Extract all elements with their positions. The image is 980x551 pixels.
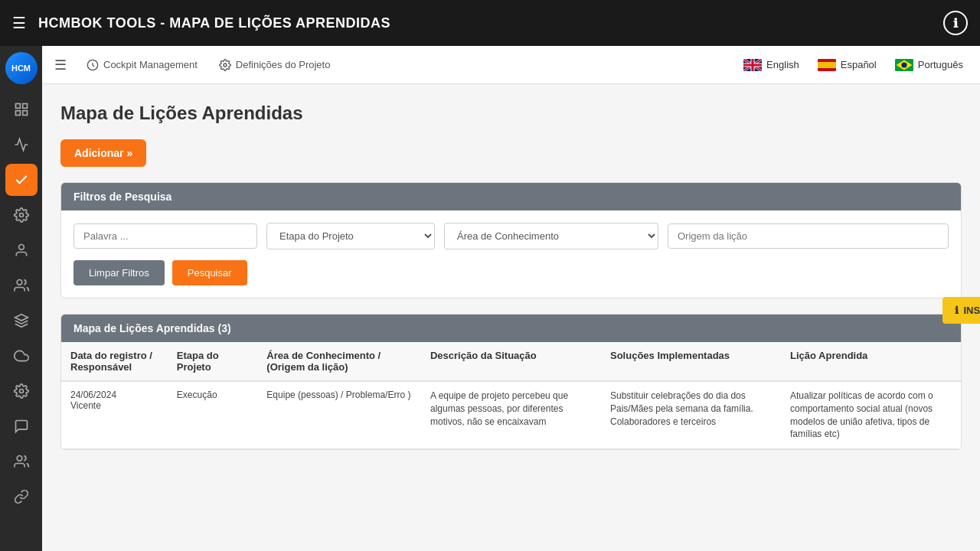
menu-icon[interactable]: ☰ xyxy=(12,14,26,32)
info-icon: ℹ xyxy=(953,16,958,31)
col-header-etapa: Etapa do Projeto xyxy=(168,342,258,381)
sidebar-item-dashboard[interactable] xyxy=(5,93,38,126)
sidebar-item-team[interactable] xyxy=(5,269,38,302)
espanol-label: Español xyxy=(841,59,877,70)
cell-etapa: Execução xyxy=(168,381,258,449)
svg-point-9 xyxy=(17,456,22,461)
filters-body: Etapa do Projeto Área de Conhecimento Li… xyxy=(61,210,961,298)
users-icon xyxy=(14,278,29,293)
sol-scroll[interactable]: Substituir celebrações do dia dos Pais/M… xyxy=(610,390,772,428)
inst-icon: ℹ xyxy=(955,305,959,316)
page-content: Mapa de Lições Aprendidas Adicionar » ℹ … xyxy=(42,84,980,551)
br-flag xyxy=(895,59,913,71)
grid-icon xyxy=(14,102,29,117)
cell-date: 24/06/2024 Vicente xyxy=(61,381,168,449)
data-table: Data do registro / Responsável Etapa do … xyxy=(61,342,961,449)
chart-icon xyxy=(14,137,29,152)
svg-rect-3 xyxy=(22,111,27,116)
layers-icon xyxy=(14,313,29,328)
uk-flag xyxy=(743,59,762,71)
cockpit-icon xyxy=(87,59,99,71)
sidebar-item-link[interactable] xyxy=(5,481,38,513)
keyword-input[interactable] xyxy=(74,223,257,249)
sidebar-item-settings[interactable] xyxy=(5,199,38,231)
filters-header: Filtros de Pesquisa xyxy=(61,183,961,210)
sidebar-logo[interactable]: HCM xyxy=(5,52,38,84)
search-button[interactable]: Pesquisar xyxy=(172,260,247,285)
page-title: Mapa de Lições Aprendidas xyxy=(60,103,962,124)
sidebar: HCM xyxy=(0,46,42,551)
svg-rect-1 xyxy=(22,104,27,109)
sidebar-item-user[interactable] xyxy=(5,234,38,266)
settings-icon xyxy=(14,383,29,399)
desc-text: A equipe de projeto percebeu que algumas… xyxy=(430,390,568,427)
cell-area: Equipe (pessoas) / Problema/Erro ) xyxy=(257,381,421,449)
es-flag xyxy=(818,59,836,71)
group-icon xyxy=(14,454,29,469)
sidebar-item-cloud[interactable] xyxy=(5,340,38,372)
svg-point-8 xyxy=(19,390,23,393)
inst-button[interactable]: ℹ INST xyxy=(942,297,980,324)
filters-title: Filtros de Pesquisa xyxy=(74,191,172,203)
add-button[interactable]: Adicionar » xyxy=(60,139,146,167)
inst-label: INST xyxy=(963,305,980,316)
svg-point-17 xyxy=(901,62,906,67)
sol-text: Substituir celebrações do dia dos Pais/M… xyxy=(610,390,753,427)
sidebar-item-group[interactable] xyxy=(5,445,38,478)
svg-point-5 xyxy=(18,245,24,250)
table-section: Mapa de Lições Aprendidas (3) Data do re… xyxy=(60,314,962,450)
filters-row-inputs: Etapa do Projeto Área de Conhecimento xyxy=(74,223,949,249)
cockpit-label: Cockpit Management xyxy=(103,59,198,70)
svg-marker-7 xyxy=(15,315,28,321)
definitions-link[interactable]: Definições do Projeto xyxy=(211,54,338,76)
message-icon xyxy=(14,419,29,434)
cell-licao: Atualizar políticas de acordo com o comp… xyxy=(781,381,961,449)
app-title: HCMBOK TOOLS - MAPA DE LIÇÕES APRENDIDAS xyxy=(38,15,931,31)
licao-text: Atualizar políticas de acordo com o comp… xyxy=(790,390,933,439)
sidebar-item-layers[interactable] xyxy=(5,305,38,337)
col-header-desc: Descrição da Situação xyxy=(421,342,601,381)
definitions-label: Definições do Projeto xyxy=(236,59,331,70)
filters-actions: Limpar Filtros Pesquisar xyxy=(74,260,949,285)
cockpit-management-link[interactable]: Cockpit Management xyxy=(79,54,205,76)
sub-menu-icon[interactable]: ☰ xyxy=(54,57,67,73)
col-header-sol: Soluções Implementadas xyxy=(601,342,781,381)
lang-portugues[interactable]: Português xyxy=(890,56,968,74)
table-title: Mapa de Lições Aprendidas (3) xyxy=(74,322,231,334)
area-select[interactable]: Área de Conhecimento xyxy=(444,223,658,249)
lang-english[interactable]: English xyxy=(739,56,804,74)
language-section: English Español Português xyxy=(739,56,968,74)
layout: HCM xyxy=(0,46,980,551)
lang-espanol[interactable]: Español xyxy=(813,56,881,74)
check-icon xyxy=(14,172,29,187)
sidebar-item-gear2[interactable] xyxy=(5,375,38,407)
svg-point-11 xyxy=(224,64,227,67)
col-header-date: Data do registro / Responsável xyxy=(61,342,168,381)
col-header-area: Área de Conhecimento / (Origem da lição) xyxy=(257,342,421,381)
sub-navbar: ☰ Cockpit Management Definições do Proje… xyxy=(42,46,980,84)
licao-scroll[interactable]: Atualizar políticas de acordo com o comp… xyxy=(790,390,952,441)
clear-filters-button[interactable]: Limpar Filtros xyxy=(74,260,165,285)
portugues-label: Português xyxy=(918,59,963,70)
english-label: English xyxy=(766,59,799,70)
sidebar-item-analytics[interactable] xyxy=(5,129,38,161)
table-header-row: Data do registro / Responsável Etapa do … xyxy=(61,342,961,381)
svg-rect-2 xyxy=(15,111,20,116)
responsible-value: Vicente xyxy=(70,400,158,411)
info-button[interactable]: ℹ xyxy=(943,11,968,35)
filters-section: Filtros de Pesquisa Etapa do Projeto Áre… xyxy=(60,182,962,298)
top-bar: ☰ HCMBOK TOOLS - MAPA DE LIÇÕES APRENDID… xyxy=(0,0,980,46)
sidebar-item-active[interactable] xyxy=(5,164,38,196)
cell-desc: A equipe de projeto percebeu que algumas… xyxy=(421,381,601,449)
etapa-select[interactable]: Etapa do Projeto xyxy=(266,223,435,249)
cell-sol: Substituir celebrações do dia dos Pais/M… xyxy=(601,381,781,449)
origem-input[interactable] xyxy=(668,223,949,249)
gear-icon xyxy=(14,207,29,223)
date-value: 24/06/2024 xyxy=(70,390,158,400)
sidebar-item-chat[interactable] xyxy=(5,410,38,442)
col-header-licao: Lição Aprendida xyxy=(781,342,961,381)
project-settings-icon xyxy=(219,59,231,71)
svg-point-4 xyxy=(19,214,23,217)
desc-scroll[interactable]: A equipe de projeto percebeu que algumas… xyxy=(430,390,592,428)
user-icon xyxy=(14,243,29,258)
